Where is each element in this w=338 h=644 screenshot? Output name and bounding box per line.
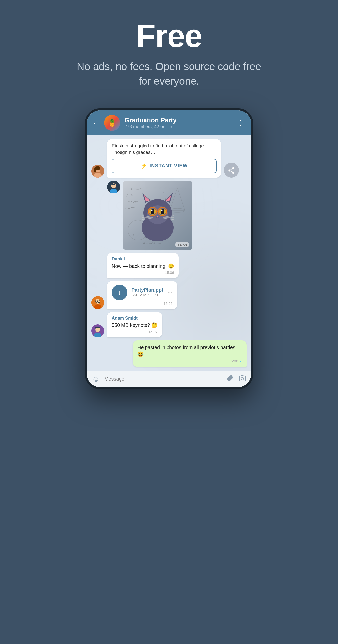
phone-screen: ← 🍍 Graduation Party 278 members, 42 onl…: [87, 110, 251, 387]
instant-view-label: INSTANT VIEW: [150, 163, 188, 169]
group-name: Graduation Party: [124, 116, 230, 124]
svg-rect-57: [239, 376, 246, 381]
article-text: Einstein struggled to find a job out of …: [112, 143, 217, 156]
avatar: [107, 180, 120, 194]
instant-view-button[interactable]: ⚡ INSTANT VIEW: [112, 159, 217, 173]
message-time: 15:06: [112, 302, 173, 306]
svg-point-33: [161, 209, 164, 214]
avatar: [91, 165, 104, 178]
phone-device: ← 🍍 Graduation Party 278 members, 42 onl…: [85, 108, 253, 389]
group-members: 278 members, 42 online: [124, 124, 230, 129]
message-bubble: Adam Smidt 550 MB keynote? 🤔 15:07: [107, 312, 162, 337]
svg-rect-56: [94, 328, 101, 328]
message-row: Einstein struggled to find a job out of …: [91, 139, 247, 178]
sender-name: Daniel: [112, 256, 174, 262]
message-row: He pasted in photos from all previous pa…: [91, 340, 247, 367]
message-time: 15:08 ✓: [137, 359, 242, 363]
file-bubble: ↓ PartyPlan.ppt 550.2 MB PPT ⋯ 15:06: [107, 281, 177, 309]
input-bar: ☺: [87, 371, 251, 387]
sticker-row: A = πr² V = l³ P = 2πr A = πr² θ h s: [107, 180, 247, 250]
file-meta: 550.2 MB PPT: [131, 293, 163, 298]
hero-subtitle: No ads, no fees. Open source code free f…: [75, 60, 263, 89]
back-button[interactable]: ←: [92, 119, 100, 127]
message-row: Daniel Now — back to planning. 😉 15:06: [91, 253, 247, 278]
message-text: Now — back to planning. 😉: [112, 262, 174, 270]
download-icon: ↓: [118, 288, 121, 296]
group-avatar: 🍍: [104, 115, 120, 131]
hero-title: Free: [136, 20, 202, 52]
message-row: Adam Smidt 550 MB keynote? 🤔 15:07: [91, 312, 247, 337]
svg-point-35: [161, 210, 163, 211]
message-tick: ✓: [239, 359, 242, 363]
svg-point-32: [151, 209, 154, 214]
svg-point-58: [241, 378, 244, 380]
chat-header: ← 🍍 Graduation Party 278 members, 42 onl…: [87, 110, 251, 135]
cat-sticker: [133, 188, 182, 242]
svg-point-34: [151, 210, 153, 211]
hero-section: Free No ads, no fees. Open source code f…: [0, 0, 338, 104]
camera-button[interactable]: [239, 374, 246, 384]
message-bubble: He pasted in photos from all previous pa…: [133, 340, 247, 367]
chat-body: Einstein struggled to find a job out of …: [87, 135, 251, 371]
message-time: 15:06: [112, 270, 174, 275]
attach-button[interactable]: [227, 374, 234, 384]
message-text: 550 MB keynote? 🤔: [112, 322, 158, 329]
group-info: Graduation Party 278 members, 42 online: [124, 116, 230, 129]
file-name: PartyPlan.ppt: [131, 287, 163, 293]
message-text: He pasted in photos from all previous pa…: [137, 344, 242, 358]
message-input[interactable]: [104, 376, 222, 382]
message-bubble: Daniel Now — back to planning. 😉 15:06: [107, 253, 179, 278]
download-button[interactable]: ↓: [112, 284, 127, 300]
message-row: ↓ PartyPlan.ppt 550.2 MB PPT ⋯ 15:06: [91, 281, 247, 309]
sticker-bubble: A = πr² V = l³ P = 2πr A = πr² θ h s: [123, 180, 192, 250]
article-bubble: Einstein struggled to find a job out of …: [107, 139, 221, 178]
sticker-time: 14:58: [175, 242, 189, 248]
emoji-button[interactable]: ☺: [92, 374, 100, 384]
more-button[interactable]: ⋮: [235, 117, 246, 129]
sender-name: Adam Smidt: [112, 316, 158, 321]
svg-text:V = l³: V = l³: [125, 194, 133, 198]
file-info: PartyPlan.ppt 550.2 MB PPT: [131, 287, 163, 298]
svg-point-4: [94, 168, 96, 173]
phone-wrapper: ← 🍍 Graduation Party 278 members, 42 onl…: [0, 108, 338, 389]
avatar: [91, 324, 104, 337]
file-menu-button[interactable]: ⋯: [167, 289, 173, 296]
share-button[interactable]: [224, 163, 239, 178]
avatar: [91, 296, 104, 309]
bolt-icon: ⚡: [141, 163, 147, 169]
message-time: 15:07: [112, 330, 158, 334]
group-avatar-emoji: 🍍: [108, 119, 117, 127]
